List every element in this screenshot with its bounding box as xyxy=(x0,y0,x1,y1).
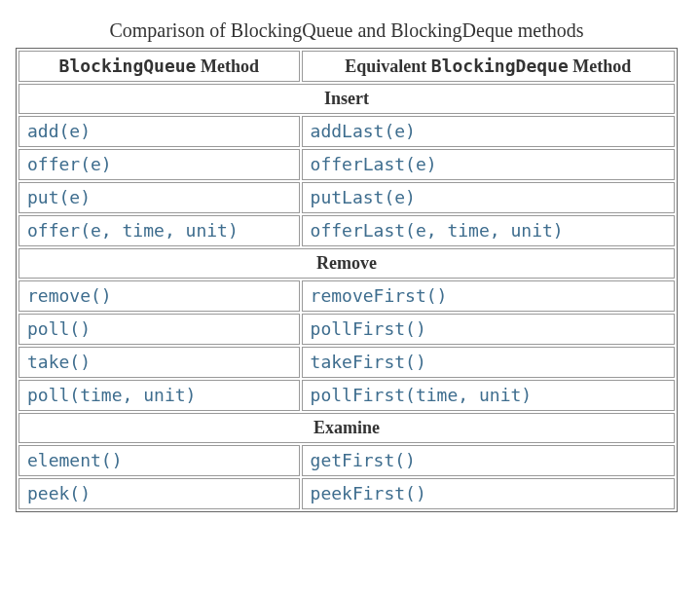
method-link[interactable]: takeFirst() xyxy=(311,353,426,372)
table-row: put(e) putLast(e) xyxy=(18,182,675,213)
table-row: add(e) addLast(e) xyxy=(18,116,675,147)
header-col-deque: Equivalent BlockingDeque Method xyxy=(302,51,675,82)
header-suffix-deque: Method xyxy=(569,56,632,76)
method-link[interactable]: remove() xyxy=(27,286,112,306)
method-link[interactable]: offer(e, time, unit) xyxy=(27,221,239,241)
header-col-queue: BlockingQueue Method xyxy=(18,51,300,82)
section-header-remove: Remove xyxy=(18,248,675,279)
method-link[interactable]: put(e) xyxy=(27,188,91,207)
method-cell: remove() xyxy=(18,280,300,312)
method-cell: offerLast(e, time, unit) xyxy=(302,215,675,246)
method-link[interactable]: offer(e) xyxy=(27,155,112,174)
table-caption: Comparison of BlockingQueue and Blocking… xyxy=(16,16,678,48)
method-link[interactable]: element() xyxy=(27,451,123,470)
section-header-row: Remove xyxy=(18,248,675,279)
method-link[interactable]: peek() xyxy=(27,484,91,503)
method-cell: offerLast(e) xyxy=(302,149,675,180)
section-header-insert: Insert xyxy=(18,84,675,114)
method-link[interactable]: poll(time, unit) xyxy=(27,386,196,405)
method-cell: pollFirst() xyxy=(302,314,675,345)
method-cell: take() xyxy=(18,347,300,378)
table-row: poll(time, unit) pollFirst(time, unit) xyxy=(18,380,675,411)
header-code-queue: BlockingQueue xyxy=(59,56,197,76)
section-header-row: Examine xyxy=(18,413,675,443)
method-link[interactable]: pollFirst() xyxy=(311,319,426,339)
method-link[interactable]: take() xyxy=(27,353,91,372)
section-header-row: Insert xyxy=(18,84,675,114)
method-cell: add(e) xyxy=(18,116,300,147)
table-row: take() takeFirst() xyxy=(18,347,675,378)
method-cell: takeFirst() xyxy=(302,347,675,378)
method-cell: peekFirst() xyxy=(302,478,675,509)
method-link[interactable]: poll() xyxy=(27,319,91,339)
method-cell: peek() xyxy=(18,478,300,509)
table-row: element() getFirst() xyxy=(18,445,675,476)
section-header-examine: Examine xyxy=(18,413,675,443)
header-suffix-queue: Method xyxy=(196,56,259,76)
method-cell: putLast(e) xyxy=(302,182,675,213)
header-prefix-deque: Equivalent xyxy=(345,56,431,76)
comparison-table: Comparison of BlockingQueue and Blocking… xyxy=(16,16,678,512)
method-cell: pollFirst(time, unit) xyxy=(302,380,675,411)
header-code-deque: BlockingDeque xyxy=(431,56,569,76)
method-cell: element() xyxy=(18,445,300,476)
method-link[interactable]: peekFirst() xyxy=(311,484,426,503)
method-link[interactable]: removeFirst() xyxy=(311,286,448,306)
method-cell: addLast(e) xyxy=(302,116,675,147)
method-link[interactable]: offerLast(e, time, unit) xyxy=(311,221,564,241)
table-header-row: BlockingQueue Method Equivalent Blocking… xyxy=(18,51,675,82)
method-link[interactable]: putLast(e) xyxy=(311,188,416,207)
method-link[interactable]: offerLast(e) xyxy=(311,155,437,174)
table-row: remove() removeFirst() xyxy=(18,280,675,312)
method-cell: put(e) xyxy=(18,182,300,213)
table-row: peek() peekFirst() xyxy=(18,478,675,509)
table-row: offer(e, time, unit) offerLast(e, time, … xyxy=(18,215,675,246)
method-cell: getFirst() xyxy=(302,445,675,476)
method-link[interactable]: pollFirst(time, unit) xyxy=(311,386,533,405)
table-row: offer(e) offerLast(e) xyxy=(18,149,675,180)
method-cell: offer(e) xyxy=(18,149,300,180)
method-link[interactable]: getFirst() xyxy=(311,451,416,470)
method-cell: removeFirst() xyxy=(302,280,675,312)
method-cell: poll(time, unit) xyxy=(18,380,300,411)
table-row: poll() pollFirst() xyxy=(18,314,675,345)
method-cell: poll() xyxy=(18,314,300,345)
method-link[interactable]: addLast(e) xyxy=(311,122,416,141)
method-link[interactable]: add(e) xyxy=(27,122,91,141)
method-cell: offer(e, time, unit) xyxy=(18,215,300,246)
